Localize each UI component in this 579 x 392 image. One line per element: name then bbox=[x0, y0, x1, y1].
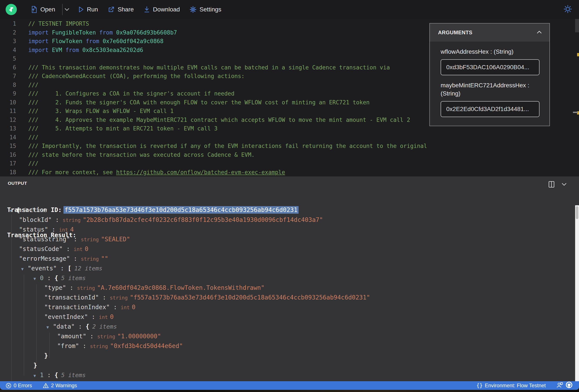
share-icon bbox=[108, 6, 114, 13]
environment-status[interactable]: {} Environment: Flow Testnet bbox=[476, 383, 546, 389]
flow-runner-window: Open Run Share Downlo bbox=[0, 0, 579, 392]
run-button[interactable]: Run bbox=[78, 6, 98, 13]
code-token: from bbox=[99, 29, 116, 36]
feedback-icon[interactable] bbox=[557, 382, 563, 389]
json-tree-row: } bbox=[0, 351, 573, 361]
download-label: Download bbox=[153, 6, 180, 13]
json-col: : bbox=[52, 216, 63, 224]
output-collapse-chevron-icon[interactable] bbox=[561, 182, 567, 187]
json-ty: string bbox=[81, 256, 99, 262]
json-tree-row: "amount" : string"1.00000000" bbox=[0, 332, 573, 341]
split-view-icon[interactable] bbox=[549, 181, 554, 188]
github-icon[interactable] bbox=[566, 382, 573, 390]
open-button[interactable]: Open bbox=[31, 6, 55, 13]
json-key: "type" bbox=[44, 284, 66, 291]
gear-icon bbox=[190, 6, 196, 13]
line-number: 7 bbox=[0, 72, 16, 81]
json-tree-row: "status" : int4 bbox=[0, 225, 573, 234]
json-ty: string bbox=[97, 334, 115, 339]
errors-label: 0 Errors bbox=[14, 383, 32, 389]
collapse-arrow-icon[interactable]: ▼ bbox=[21, 264, 28, 274]
line-number: 9 bbox=[0, 89, 16, 98]
json-col: : bbox=[79, 342, 90, 349]
error-circle-icon bbox=[6, 383, 11, 389]
code-token: /// bbox=[28, 160, 38, 167]
code-line: 15/// Importantly, the transaction is re… bbox=[0, 142, 579, 151]
json-key: "statusString" bbox=[19, 236, 70, 243]
code-link[interactable]: https://github.com/onflow/batched-evm-ex… bbox=[116, 169, 285, 175]
flow-logo bbox=[6, 4, 17, 15]
line-number: 12 bbox=[0, 115, 16, 124]
json-str: 0 bbox=[85, 245, 88, 252]
json-br: [ bbox=[68, 265, 71, 272]
json-col: : bbox=[66, 284, 77, 291]
json-str: "A.7e60df042a9c0868.FlowToken.TokensWith… bbox=[97, 284, 264, 291]
code-token: 0x8c5303eaa26202d6 bbox=[82, 47, 143, 53]
maybe-mint-erc721-address-input[interactable] bbox=[441, 101, 539, 117]
code-token: FungibleToken bbox=[52, 29, 99, 36]
arguments-title: ARGUMENTS bbox=[438, 30, 472, 36]
output-scrollbar[interactable] bbox=[575, 205, 579, 381]
code-token: FlowToken bbox=[52, 38, 86, 44]
toolbar: Open Run Share Downlo bbox=[0, 0, 579, 19]
json-ty: int bbox=[121, 305, 130, 310]
share-button[interactable]: Share bbox=[108, 6, 134, 13]
flow-logo-glyph bbox=[8, 6, 14, 13]
json-col: : bbox=[44, 275, 55, 281]
argument-label: maybeMintERC721AddressHex : (String) bbox=[441, 81, 539, 98]
output-title: OUTPUT bbox=[8, 181, 27, 186]
warnings-status[interactable]: 2 Warnings bbox=[43, 383, 77, 389]
json-col: : bbox=[63, 245, 73, 252]
output-scrollbar-thumb[interactable] bbox=[576, 206, 578, 219]
json-br: { bbox=[16, 207, 20, 214]
warning-triangle-icon bbox=[43, 383, 49, 388]
json-key: "transactionId" bbox=[44, 294, 99, 301]
collapse-arrow-icon[interactable]: ▼ bbox=[46, 322, 53, 332]
line-number: 15 bbox=[0, 142, 16, 151]
code-line: 14/// bbox=[0, 133, 579, 142]
editor-scrollbar-thumb[interactable] bbox=[575, 19, 579, 32]
json-it: 12 items bbox=[74, 265, 102, 272]
arguments-panel-header[interactable]: ARGUMENTS bbox=[430, 23, 549, 42]
json-str: 0 bbox=[110, 313, 114, 320]
settings-button[interactable]: Settings bbox=[190, 6, 221, 13]
json-idx: 0 bbox=[40, 275, 44, 281]
json-result-tree: ▼{6 items"blockId" : string"2b28cbfb87da… bbox=[0, 205, 573, 381]
json-col: : bbox=[57, 265, 68, 272]
theme-toggle-sun-icon[interactable] bbox=[564, 5, 572, 14]
code-token: import bbox=[28, 47, 52, 53]
json-key: "statusCode" bbox=[19, 245, 63, 252]
code-token: from bbox=[86, 38, 103, 44]
json-it: 2 items bbox=[92, 323, 117, 330]
wflow-address-input[interactable] bbox=[441, 59, 539, 75]
collapse-chevron-up-icon[interactable] bbox=[536, 30, 542, 35]
line-number: 13 bbox=[0, 124, 16, 133]
json-key: "from" bbox=[57, 342, 79, 349]
run-label: Run bbox=[87, 6, 98, 13]
json-key: "status" bbox=[19, 226, 48, 233]
json-col: : bbox=[86, 333, 97, 340]
line-number: 14 bbox=[0, 133, 16, 142]
desktop-wallpaper-strip bbox=[0, 390, 579, 392]
environment-label: Environment: Flow Testnet bbox=[485, 383, 546, 389]
download-button[interactable]: Download bbox=[144, 6, 180, 13]
code-token: // TESTNET IMPORTS bbox=[28, 20, 89, 27]
json-key: "amount" bbox=[57, 333, 86, 340]
run-play-icon bbox=[78, 6, 84, 13]
json-br: { bbox=[54, 275, 58, 281]
line-number: 17 bbox=[0, 159, 16, 168]
errors-status[interactable]: 0 Errors bbox=[6, 383, 32, 389]
collapse-arrow-icon[interactable]: ▼ bbox=[33, 274, 40, 283]
code-token: /// 2. Funds the signer's COA with enoug… bbox=[28, 99, 369, 106]
open-dropdown-chevron-icon[interactable] bbox=[64, 7, 70, 12]
collapse-arrow-icon[interactable]: ▼ bbox=[33, 371, 40, 381]
json-col: : bbox=[99, 294, 110, 301]
collapse-arrow-icon[interactable]: ▼ bbox=[10, 206, 16, 216]
line-number: 2 bbox=[0, 28, 16, 37]
line-number: 8 bbox=[0, 81, 16, 90]
code-token: /// 4. Approves the example MaybeMintERC… bbox=[28, 117, 410, 123]
json-ty: string bbox=[90, 343, 108, 349]
json-key: "transactionIndex" bbox=[44, 304, 110, 311]
json-ty: int bbox=[59, 227, 68, 233]
code-token: /// 3. Wraps FLOW as WFLOW - EVM call 1 bbox=[28, 108, 174, 114]
